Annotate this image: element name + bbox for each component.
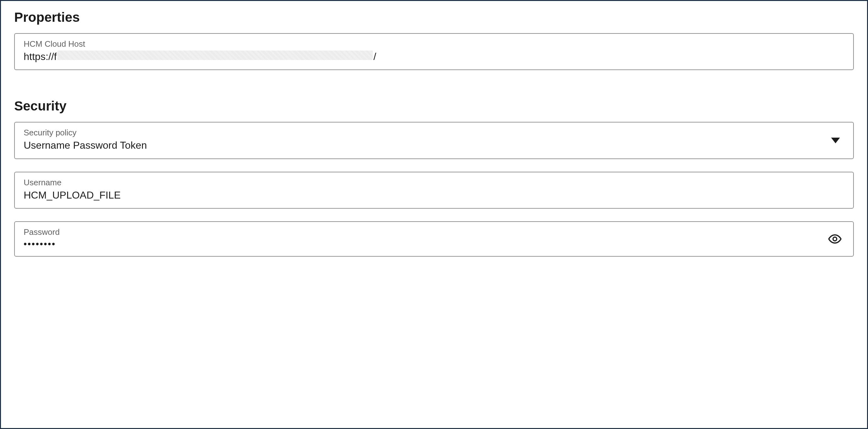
security-policy-label: Security policy — [24, 127, 844, 138]
security-policy-field[interactable]: Security policy Username Password Token — [14, 122, 854, 159]
username-label: Username — [24, 177, 844, 188]
properties-section: Properties HCM Cloud Host https://f / — [14, 10, 854, 70]
properties-heading: Properties — [14, 10, 854, 25]
hcm-cloud-host-field[interactable]: HCM Cloud Host https://f / — [14, 33, 854, 70]
username-field[interactable]: Username HCM_UPLOAD_FILE — [14, 172, 854, 209]
username-value: HCM_UPLOAD_FILE — [24, 189, 844, 202]
svg-point-0 — [833, 237, 837, 241]
hcm-cloud-host-value: https://f / — [24, 50, 844, 63]
password-label: Password — [24, 227, 844, 238]
hcm-cloud-host-label: HCM Cloud Host — [24, 39, 844, 50]
show-password-button[interactable] — [828, 232, 842, 246]
password-masked-value: •••••••• — [24, 238, 56, 250]
password-field[interactable]: Password •••••••• — [14, 221, 854, 257]
security-section: Security Security policy Username Passwo… — [14, 98, 854, 257]
host-url-suffix: / — [373, 50, 376, 63]
caret-down-icon[interactable] — [831, 138, 840, 143]
form-container: Properties HCM Cloud Host https://f / Se… — [0, 0, 868, 429]
security-heading: Security — [14, 98, 854, 114]
host-url-prefix: https://f — [24, 50, 57, 63]
redacted-url-segment — [57, 51, 373, 60]
security-policy-value: Username Password Token — [24, 139, 844, 152]
eye-icon — [828, 232, 842, 246]
